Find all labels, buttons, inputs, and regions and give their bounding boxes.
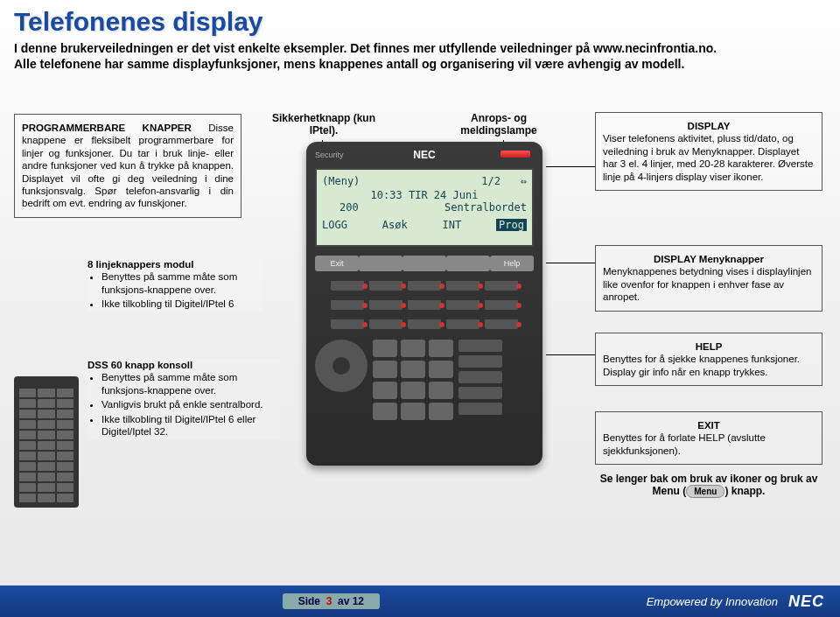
- softkey: [446, 256, 490, 271]
- lcd-page: 1/2: [481, 175, 500, 187]
- see-more: Se lenger bak om bruk av ikoner og bruk …: [595, 473, 822, 498]
- intro-line2: Alle telefonene har samme displayfunksjo…: [14, 57, 684, 71]
- prog-button: [369, 317, 402, 329]
- page-title: Telefonenes display: [0, 0, 840, 40]
- mod8-block: 8 linjeknappers modul Benyttes på samme …: [88, 258, 262, 312]
- lcd-soft4: Prog: [496, 219, 527, 231]
- lcd-soft1: LOGG: [322, 219, 347, 231]
- box-exit-body: Benyttes for å forlate HELP (avslutte sj…: [603, 431, 815, 457]
- box-menyk-body: Menyknappenes betydning vises i displayl…: [603, 265, 815, 303]
- box-programmable: PROGRAMMERBARE KNAPPER Disse knappene er…: [14, 114, 242, 218]
- dss-block: DSS 60 knapp konsoll Benyttes på samme m…: [88, 359, 280, 439]
- prog-button: [331, 298, 364, 310]
- box-menyk-heading: DISPLAY Menyknapper: [603, 253, 815, 265]
- prog-button: [485, 298, 518, 310]
- softkey: [402, 256, 446, 271]
- box-exit-heading: EXIT: [603, 419, 815, 431]
- nec-logo: NEC: [788, 592, 824, 611]
- prog-button: [408, 278, 441, 291]
- lcd-soft2: Asøk: [382, 219, 408, 231]
- intro-line1: I denne brukerveiledningen er det vist e…: [14, 41, 593, 55]
- prog-button: [408, 298, 441, 310]
- mod8-item: Ikke tilkobling til Digitel/IPtel 6: [102, 298, 262, 310]
- prog-button: [485, 317, 518, 329]
- intro-text: I denne brukerveiledningen er det vist e…: [0, 40, 840, 89]
- lcd-ext: 200: [322, 201, 359, 214]
- prog-button: [408, 317, 441, 329]
- page-indicator: Side 3 av 12: [283, 593, 380, 609]
- footer-slogan: Empowered by Innovation: [647, 595, 778, 608]
- intro-link: www.necinfrontia.no: [593, 41, 713, 55]
- box-exit: EXIT Benyttes for å forlate HELP (avslut…: [595, 411, 822, 465]
- prog-button: [446, 298, 480, 310]
- menu-pill-icon: Menu: [686, 485, 724, 498]
- mod8-item: Benyttes på samme måte som funksjons-kna…: [102, 270, 262, 296]
- help-softkey: Help: [490, 256, 534, 271]
- dial-pad: [373, 340, 453, 420]
- box-menyk: DISPLAY Menyknapper Menyknappenes betydn…: [595, 245, 822, 312]
- box-help-heading: HELP: [603, 340, 815, 353]
- prog-button: [369, 278, 402, 291]
- page-label-side: Side: [298, 595, 320, 607]
- func-buttons: [458, 340, 502, 420]
- message-lamp-icon: [500, 151, 530, 158]
- label-anrop: Anrops- og meldingslampe: [446, 112, 551, 137]
- prog-button: [331, 317, 364, 329]
- footer: Side 3 av 12 Empowered by Innovation NEC: [0, 585, 840, 617]
- box-display-body: Viser telefonens aktivitet, pluss tid/da…: [603, 132, 815, 183]
- box-display-heading: DISPLAY: [603, 120, 815, 132]
- lcd-screen: ⇔ (Meny)1/2 10:33 TIR 24 Juni 200Sentral…: [315, 168, 534, 247]
- page-of: av 12: [338, 595, 364, 607]
- box-prog-heading: PROGRAMMERBARE KNAPPER: [22, 123, 192, 133]
- box-help-body: Benyttes for å sjekke knappenes funksjon…: [603, 353, 815, 378]
- label-sikkerhet: Sikkerhetknapp (kun IPtel).: [271, 112, 376, 137]
- lcd-name: Sentralbordet: [444, 201, 527, 214]
- cursor-pad-icon: [315, 340, 368, 392]
- dss-console-image: [14, 376, 79, 508]
- exit-softkey: Exit: [315, 256, 359, 271]
- phone-illustration: Security NEC ⇔ (Meny)1/2 10:33 TIR 24 Ju…: [306, 142, 542, 466]
- page-number: 3: [326, 595, 332, 607]
- prog-button: [331, 278, 364, 291]
- lcd-datetime: 10:33 TIR 24 Juni: [322, 189, 527, 201]
- dss-item: Vanligvis brukt på enkle sentralbord.: [102, 398, 280, 410]
- softkey: [359, 256, 402, 271]
- intro-dot: .: [713, 41, 717, 55]
- dss-item: Benyttes på samme måte som funksjons-kna…: [102, 371, 280, 396]
- dss-item: Ikke tilkobling til Digitel/IPtel 6 elle…: [102, 413, 280, 438]
- lcd-menu: (Meny): [322, 175, 360, 187]
- prog-button: [485, 278, 518, 291]
- prog-button: [446, 278, 480, 291]
- box-prog-body: Disse knappene er fleksibelt programmerb…: [22, 123, 234, 208]
- nav-arrows-icon: ⇔: [521, 175, 527, 187]
- lcd-soft3: INT: [443, 219, 462, 231]
- box-display: DISPLAY Viser telefonens aktivitet, plus…: [595, 112, 822, 191]
- box-help: HELP Benyttes for å sjekke knappenes fun…: [595, 333, 822, 386]
- mod8-heading: 8 linjeknappers modul: [88, 258, 262, 270]
- see-more-b: ) knapp.: [724, 485, 765, 497]
- prog-button: [446, 317, 480, 329]
- prog-button: [369, 298, 402, 310]
- dss-heading: DSS 60 knapp konsoll: [88, 359, 280, 371]
